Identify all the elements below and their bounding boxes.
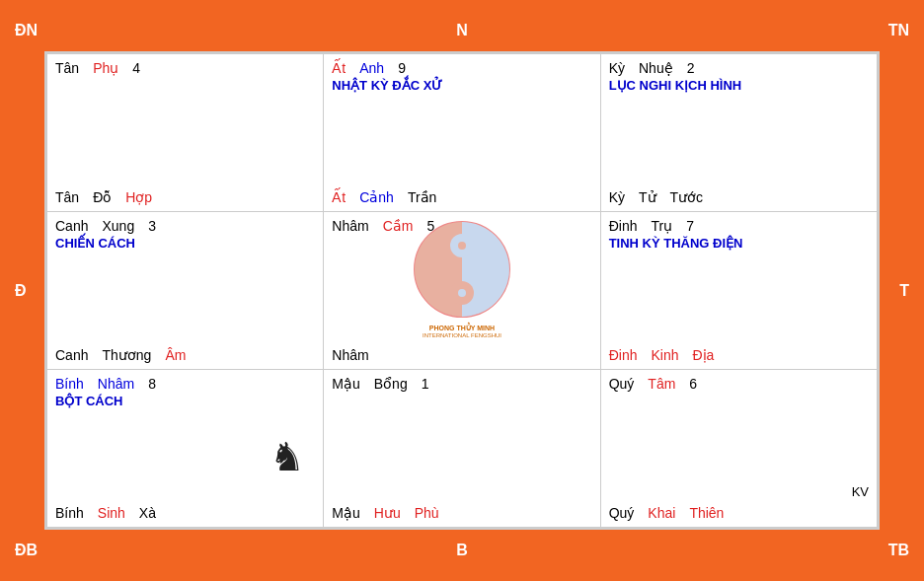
r3c2-t1: Mậu [332, 376, 359, 392]
r2c2-t1: Nhâm [332, 218, 368, 234]
r2c1-t3: 3 [148, 218, 156, 234]
r3c2-b3: Phù [415, 505, 439, 521]
cell-r2c3: Đinh Trụ 7 TINH KỲ THĂNG ĐIỆN Đinh Kinh … [600, 212, 877, 370]
r1c3-t3: 2 [687, 60, 695, 76]
corner-t: T [899, 282, 909, 300]
r1c3-b1: Kỳ [609, 189, 625, 205]
svg-point-7 [458, 289, 466, 297]
r2c1-b3: Âm [165, 347, 186, 363]
horse-icon: ♞ [270, 434, 305, 479]
cell-r1c3: Kỳ Nhuệ 2 LỤC NGHI KỊCH HÌNH Kỳ Tử Tước [600, 54, 877, 212]
r3c3-b3: Thiên [689, 505, 724, 521]
r1c1-t1: Tân [55, 60, 79, 76]
main-grid: Tân Phụ 4 Tân Đỗ Hợp [44, 51, 880, 530]
r1c1-b2: Đỗ [93, 189, 112, 205]
table-row: Canh Xung 3 CHIẾN CÁCH Canh Thương Âm [47, 212, 878, 370]
r2c2-b1: Nhâm [332, 347, 368, 363]
r3c3-t1: Quý [609, 376, 635, 392]
r2c3-t3: 7 [686, 218, 694, 234]
r1c1-b3: Hợp [125, 189, 152, 205]
svg-point-6 [458, 242, 466, 250]
r3c2-b1: Mậu [332, 505, 359, 521]
kv-label: KV [852, 484, 869, 499]
r2c3-b2: Kinh [651, 347, 678, 363]
r1c3-t1: Kỳ [609, 60, 625, 76]
r3c3-t3: 6 [689, 376, 697, 392]
corner-dn: ĐN [15, 22, 38, 39]
r2c3-t2: Trụ [651, 218, 672, 234]
r2c3-t1: Đinh [609, 218, 638, 234]
r1c2-t3: 9 [398, 60, 406, 76]
r1c2-b2: Cảnh [359, 189, 394, 205]
r3c2-t3: 1 [422, 376, 429, 392]
r3c3-b1: Quý [609, 505, 635, 521]
logo-line2: INTERNATIONAL FENGSHUI [413, 332, 511, 338]
r2c1-t2: Xung [102, 218, 134, 234]
cell-r2c2-center: Nhâm Cầm 5 [324, 212, 600, 370]
corner-b: B [456, 542, 468, 559]
cell-r2c1: Canh Xung 3 CHIẾN CÁCH Canh Thương Âm [47, 212, 324, 370]
r2c1-b1: Canh [55, 347, 88, 363]
corner-tb: TB [888, 542, 909, 559]
r2c3-mid: TINH KỲ THĂNG ĐIỆN [609, 236, 869, 251]
r2c1-t1: Canh [55, 218, 88, 234]
r3c1-b2: Sinh [98, 505, 125, 521]
cell-r1c2: Ất Anh 9 NHẬT KỲ ĐẮC XỬ Ất Cảnh Trần [324, 54, 600, 212]
r3c2-t2: Bổng [374, 376, 408, 392]
r1c2-t1: Ất [332, 60, 346, 76]
corner-n: N [456, 22, 468, 39]
corner-d: Đ [15, 282, 27, 300]
r1c2-b1: Ất [332, 189, 346, 205]
r2c1-b2: Thương [102, 347, 151, 363]
r1c2-mid: NHẬT KỲ ĐẮC XỬ [332, 78, 591, 93]
r1c3-b2: Tử [639, 189, 656, 205]
r1c1-t2: Phụ [93, 60, 118, 76]
r3c1-mid: BỘT CÁCH [55, 394, 315, 408]
r3c3-b2: Khai [648, 505, 675, 521]
r1c1-b1: Tân [55, 189, 79, 205]
r3c1-t2: Nhâm [98, 376, 134, 392]
r3c1-b1: Bính [55, 505, 84, 521]
r3c2-b2: Hưu [374, 505, 401, 521]
r1c2-t2: Anh [359, 60, 384, 76]
svg-rect-3 [462, 220, 511, 319]
logo-line1: PHONG THỦY MINH [413, 325, 511, 332]
table-row: Tân Phụ 4 Tân Đỗ Hợp [47, 54, 878, 212]
r2c1-mid: CHIẾN CÁCH [55, 236, 315, 251]
r3c1-b3: Xà [139, 505, 156, 521]
cell-r3c3: Quý Tâm 6 KV Quý Khai Thiên [600, 370, 877, 528]
logo-icon [413, 220, 511, 319]
r3c3-t2: Tâm [648, 376, 675, 392]
r2c3-b3: Địa [692, 347, 714, 363]
r1c2-b3: Trần [408, 189, 436, 205]
r2c3-b1: Đinh [609, 347, 638, 363]
cell-r3c2: Mậu Bổng 1 Mậu Hưu Phù [324, 370, 600, 528]
table-row: Bính Nhâm 8 BỘT CÁCH ♞ Bính Sinh Xà [47, 370, 878, 528]
r1c3-t2: Nhuệ [639, 60, 673, 76]
r2c2-t2: Cầm [383, 218, 414, 234]
r1c1-t3: 4 [132, 60, 140, 76]
r1c3-mid: LỤC NGHI KỊCH HÌNH [609, 78, 869, 93]
cell-r1c1: Tân Phụ 4 Tân Đỗ Hợp [47, 54, 324, 212]
corner-tn: TN [888, 22, 909, 39]
r3c1-t3: 8 [148, 376, 156, 392]
cell-r3c1: Bính Nhâm 8 BỘT CÁCH ♞ Bính Sinh Xà [47, 370, 324, 528]
svg-rect-2 [413, 220, 462, 319]
r3c1-t1: Bính [55, 376, 84, 392]
corner-db: ĐB [15, 542, 38, 559]
r1c3-b3: Tước [670, 189, 704, 205]
